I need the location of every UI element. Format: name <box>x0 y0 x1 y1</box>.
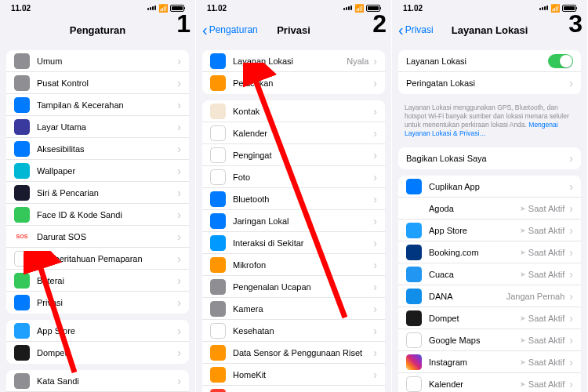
list-item[interactable]: Kalender› <box>202 122 385 144</box>
list-item[interactable]: SOSDarurat SOS› <box>6 226 189 248</box>
list-item[interactable]: Baterai› <box>6 270 189 292</box>
row-label: Agoda <box>429 204 520 213</box>
row-label: Baterai <box>37 276 174 285</box>
list-item[interactable]: Kata Sandi› <box>6 370 189 392</box>
nav-title: Privasi <box>277 24 310 36</box>
chevron-right-icon: › <box>569 312 573 325</box>
list-item[interactable]: Kamera› <box>202 298 385 320</box>
row-label: Dompet <box>37 348 174 358</box>
list-item[interactable]: Siri & Pencarian› <box>6 182 189 204</box>
list-item[interactable]: Dompet➤Saat Aktif› <box>398 307 581 329</box>
list-item[interactable]: Aksesibilitas› <box>6 138 189 160</box>
app-icon: SOS <box>14 229 30 245</box>
list-item[interactable]: Data Sensor & Penggunaan Riset› <box>202 342 385 364</box>
chevron-right-icon: › <box>569 334 573 347</box>
status-bar: 11.02 📶 <box>196 0 391 16</box>
app-icon <box>406 267 422 282</box>
app-icon <box>210 213 226 229</box>
list-item[interactable]: Media & Apple Music› <box>202 386 385 392</box>
list-item[interactable]: App Store› <box>6 320 189 342</box>
list-item[interactable]: Interaksi di Sekitar› <box>202 232 385 254</box>
list-item[interactable]: Foto› <box>202 166 385 188</box>
row-label: Darurat SOS <box>37 232 174 241</box>
list-item[interactable]: DANAJangan Pernah› <box>398 285 581 307</box>
app-icon <box>406 223 422 238</box>
chevron-right-icon: › <box>569 152 573 165</box>
list-item[interactable]: Instagram➤Saat Aktif› <box>398 351 581 373</box>
app-icon <box>210 53 226 69</box>
list-item[interactable]: Pengingat› <box>202 144 385 166</box>
app-icon <box>406 376 422 392</box>
row-label: Instagram <box>429 358 520 367</box>
location-pin-icon: ➤ <box>520 314 526 322</box>
list-item[interactable]: Booking.com➤Saat Aktif› <box>398 241 581 263</box>
chevron-right-icon: › <box>177 209 181 221</box>
settings-list-3: Kata Sandi›Mail›Kontak› <box>6 370 189 392</box>
location-toggle-list: Layanan Lokasi Peringatan Lokasi › <box>398 50 581 94</box>
list-item[interactable]: Bluetooth› <box>202 188 385 210</box>
list-item[interactable]: Wallpaper› <box>6 160 189 182</box>
chevron-right-icon: › <box>569 378 573 390</box>
list-item[interactable]: Jaringan Lokal› <box>202 210 385 232</box>
app-icon <box>210 323 226 339</box>
location-alerts-row[interactable]: Peringatan Lokasi › <box>398 72 581 94</box>
row-label: App Store <box>429 226 520 235</box>
row-label: Layanan Lokasi <box>233 56 347 66</box>
location-services-row[interactable]: Layanan Lokasi <box>398 50 581 72</box>
list-item[interactable]: HomeKit› <box>202 364 385 386</box>
nav-bar: Pengaturan <box>0 16 195 44</box>
row-label: Kalender <box>233 129 370 138</box>
chevron-right-icon: › <box>373 105 377 118</box>
list-item[interactable]: Kontak› <box>202 100 385 122</box>
row-label: Google Maps <box>429 336 520 345</box>
chevron-right-icon: › <box>373 193 377 205</box>
list-item[interactable]: Tampilan & Kecerahan› <box>6 94 189 116</box>
list-item[interactable]: Cuaca➤Saat Aktif› <box>398 263 581 285</box>
row-label: Kata Sandi <box>37 376 174 386</box>
list-item[interactable]: Kalender➤Saat Aktif› <box>398 373 581 392</box>
list-item[interactable]: Face ID & Kode Sandi› <box>6 204 189 226</box>
chevron-right-icon: › <box>373 215 377 227</box>
list-item[interactable]: Google Maps➤Saat Aktif› <box>398 329 581 351</box>
nav-bar: Privasi Layanan Lokasi <box>392 16 587 44</box>
list-item[interactable]: Pemberitahuan Pemaparan› <box>6 248 189 270</box>
share-location-row[interactable]: Bagikan Lokasi Saya › <box>398 147 581 169</box>
row-label: DANA <box>429 292 506 301</box>
list-item[interactable]: Privasi› <box>6 292 189 314</box>
list-item[interactable]: Pengenalan Ucapan› <box>202 276 385 298</box>
list-item[interactable]: Pusat Kontrol› <box>6 72 189 94</box>
list-item[interactable]: App Store➤Saat Aktif› <box>398 220 581 241</box>
chevron-right-icon: › <box>177 274 181 287</box>
list-item[interactable]: Kesehatan› <box>202 320 385 342</box>
toggle-on-icon[interactable] <box>548 54 573 68</box>
chevron-right-icon: › <box>373 303 377 315</box>
row-label: Face ID & Kode Sandi <box>37 210 174 220</box>
row-label: Mikrofon <box>233 260 370 270</box>
row-label: Pelacakan <box>233 78 370 88</box>
row-label: Kalender <box>429 379 520 389</box>
row-value: Jangan Pernah <box>506 292 565 301</box>
list-item[interactable]: Agoda➤Saat Aktif› <box>398 198 581 220</box>
back-button[interactable]: Pengaturan <box>202 24 258 35</box>
row-value: Saat Aktif <box>528 314 564 323</box>
chevron-right-icon: › <box>569 180 573 193</box>
list-item[interactable]: Mikrofon› <box>202 254 385 276</box>
app-icon <box>406 245 422 260</box>
row-label: Pengingat <box>233 151 370 160</box>
chevron-right-icon: › <box>373 77 377 89</box>
list-item[interactable]: Cuplikan App› <box>398 176 581 198</box>
screen-privasi: 2 11.02 📶 Pengaturan Privasi Layanan Lok… <box>196 0 392 392</box>
app-icon <box>406 201 422 216</box>
list-item[interactable]: Dompet› <box>6 342 189 364</box>
list-item[interactable]: Umum› <box>6 50 189 72</box>
list-item[interactable]: Layar Utama› <box>6 116 189 138</box>
app-icon <box>210 169 226 185</box>
list-item[interactable]: Pelacakan› <box>202 72 385 94</box>
row-label: App Store <box>37 326 174 336</box>
chevron-right-icon: › <box>569 356 573 368</box>
app-icon <box>14 141 30 157</box>
chevron-right-icon: › <box>177 143 181 155</box>
back-button[interactable]: Privasi <box>398 24 434 35</box>
app-icon <box>210 125 226 141</box>
list-item[interactable]: Layanan LokasiNyala› <box>202 50 385 72</box>
